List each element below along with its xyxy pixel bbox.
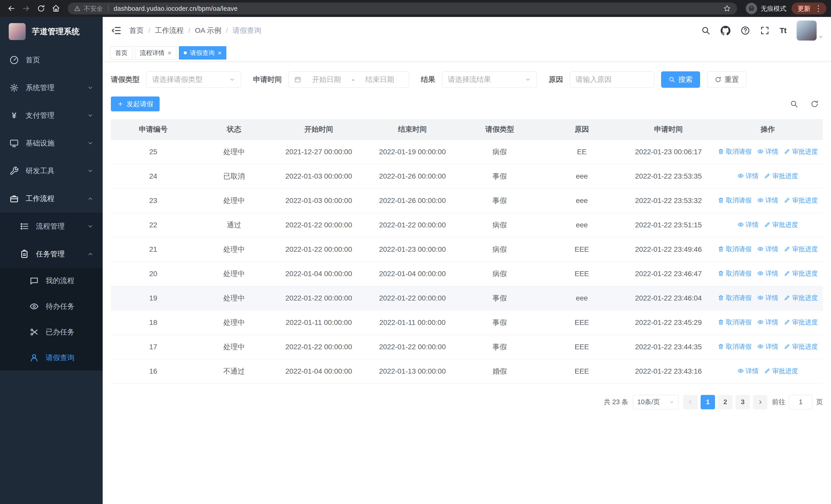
cell-end-time: 2022-01-04 00:00:00	[365, 262, 460, 286]
cell-apply-time: 2022-01-22 23:46:47	[624, 262, 713, 286]
table-refresh-icon[interactable]	[810, 100, 819, 108]
user-menu[interactable]	[797, 21, 823, 40]
github-icon[interactable]	[721, 26, 730, 35]
table-search-toggle-icon[interactable]	[790, 100, 798, 108]
page-button-2[interactable]: 2	[718, 395, 733, 409]
cancel-leave-link[interactable]: 取消请假	[718, 294, 752, 302]
approval-progress-link[interactable]: 审批进度	[764, 220, 798, 229]
collapse-sidebar-icon[interactable]	[110, 25, 122, 36]
fullscreen-icon[interactable]	[760, 26, 769, 35]
browser-address-bar[interactable]: 不安全 dashboard.yudao.iocoder.cn/bpm/oa/le…	[68, 3, 737, 14]
leave-type-select[interactable]: 请选择请假类型	[146, 71, 241, 88]
avatar[interactable]	[797, 21, 816, 40]
page-button-1[interactable]: 1	[700, 395, 715, 409]
detail-link[interactable]: 详情	[757, 294, 778, 302]
sidebar-item-workflow[interactable]: 工作流程	[0, 185, 103, 212]
breadcrumb-item[interactable]: OA 示例	[195, 26, 222, 35]
next-page-button[interactable]	[753, 395, 767, 409]
browser-menu-icon[interactable]: ⋮	[814, 5, 822, 12]
approval-progress-link[interactable]: 审批进度	[784, 245, 818, 253]
approval-progress-link[interactable]: 审批进度	[764, 367, 798, 375]
date-range-separator: -	[352, 76, 354, 84]
detail-link[interactable]: 详情	[757, 196, 778, 205]
app-logo[interactable]: 芋道管理系统	[0, 17, 103, 46]
approval-progress-link[interactable]: 审批进度	[784, 147, 818, 156]
tab-leave-query[interactable]: 请假查询 ×	[179, 46, 226, 60]
sidebar-item-dev-tools[interactable]: 研发工具	[0, 157, 103, 185]
page-size-select[interactable]: 10条/页	[633, 395, 679, 409]
detail-link[interactable]: 详情	[757, 269, 778, 278]
sidebar-item-done-tasks[interactable]: 已办任务	[0, 319, 103, 345]
search-button[interactable]: 搜索	[661, 71, 700, 88]
cancel-leave-link[interactable]: 取消请假	[718, 245, 752, 253]
apply-time-range-picker[interactable]: 开始日期 - 结束日期	[288, 71, 409, 88]
font-size-icon[interactable]: Tt	[780, 26, 786, 35]
tab-process-detail[interactable]: 流程详情 ×	[135, 46, 176, 60]
cancel-leave-link[interactable]: 取消请假	[718, 147, 752, 156]
browser-back-button[interactable]	[5, 2, 18, 15]
sidebar-item-home[interactable]: 首页	[0, 46, 103, 74]
breadcrumb-current: 请假查询	[232, 26, 261, 35]
cancel-leave-link[interactable]: 取消请假	[718, 269, 752, 278]
approval-progress-link[interactable]: 审批进度	[784, 196, 818, 205]
breadcrumb-item[interactable]: 工作流程	[155, 26, 184, 35]
cancel-leave-link[interactable]: 取消请假	[718, 342, 752, 351]
logo-image	[9, 23, 26, 40]
close-icon[interactable]: ×	[168, 50, 171, 56]
reason-input[interactable]	[570, 71, 654, 88]
sidebar-item-payment[interactable]: ¥ 支付管理	[0, 101, 103, 129]
goto-label: 前往	[772, 397, 785, 407]
app-title: 芋道管理系统	[32, 26, 80, 37]
cancel-leave-link[interactable]: 取消请假	[718, 318, 752, 326]
goto-page-input[interactable]	[789, 395, 812, 409]
prev-page-button[interactable]	[683, 395, 697, 409]
result-select[interactable]: 请选择流结果	[442, 71, 537, 88]
sidebar-item-pending-tasks[interactable]: 待办任务	[0, 294, 103, 319]
approval-progress-link[interactable]: 审批进度	[784, 294, 818, 302]
detail-link[interactable]: 详情	[738, 172, 758, 180]
detail-link[interactable]: 详情	[757, 245, 778, 253]
sidebar-item-process-management[interactable]: 流程管理	[0, 212, 103, 240]
browser-update-button[interactable]: 更新 ⋮	[792, 3, 826, 14]
help-icon[interactable]	[741, 26, 750, 35]
approval-progress-link[interactable]: 审批进度	[764, 172, 798, 180]
approval-progress-link[interactable]: 审批进度	[784, 342, 818, 351]
detail-link[interactable]: 详情	[757, 318, 778, 326]
cell-application-id: 19	[111, 286, 196, 310]
sidebar-item-infrastructure[interactable]: 基础设施	[0, 129, 103, 157]
cell-leave-type: 事假	[460, 188, 540, 213]
browser-reload-button[interactable]	[34, 2, 48, 15]
detail-link[interactable]: 详情	[738, 367, 758, 375]
sidebar-item-leave-query[interactable]: 请假查询	[0, 345, 103, 370]
sidebar-item-system[interactable]: 系统管理	[0, 74, 103, 101]
approval-progress-link[interactable]: 审批进度	[784, 318, 818, 326]
create-leave-button[interactable]: 发起请假	[111, 96, 160, 111]
create-leave-label: 发起请假	[126, 99, 153, 109]
reset-button[interactable]: 重置	[707, 71, 746, 88]
browser-home-button[interactable]	[49, 2, 63, 15]
active-tab-dot	[184, 51, 187, 54]
cell-application-id: 21	[111, 237, 196, 262]
cell-status: 通过	[196, 213, 273, 237]
detail-link[interactable]: 详情	[757, 342, 778, 351]
approval-progress-link[interactable]: 审批进度	[784, 269, 818, 278]
page-button-3[interactable]: 3	[736, 395, 750, 409]
cancel-leave-link[interactable]: 取消请假	[718, 196, 752, 205]
select-placeholder: 请选择流结果	[448, 75, 491, 84]
security-chip[interactable]: 不安全	[74, 4, 103, 13]
close-icon[interactable]: ×	[218, 50, 222, 56]
breadcrumb-item[interactable]: 首页	[130, 26, 144, 35]
detail-link[interactable]: 详情	[738, 220, 758, 229]
sidebar-item-task-management[interactable]: 任务管理	[0, 240, 103, 268]
browser-forward-button[interactable]	[20, 2, 33, 15]
search-icon[interactable]	[701, 26, 710, 35]
incognito-icon	[748, 5, 755, 12]
tab-home[interactable]: 首页	[110, 46, 133, 60]
chevron-down-icon	[87, 168, 93, 174]
chevron-down-icon	[87, 85, 93, 91]
tab-label: 首页	[115, 49, 127, 57]
leave-table: 申请编号 状态 开始时间 结束时间 请假类型 原因 申请时间 操作 25处理中2…	[111, 119, 823, 384]
bookmark-star-icon[interactable]	[723, 5, 731, 12]
sidebar-item-my-processes[interactable]: 我的流程	[0, 268, 103, 294]
detail-link[interactable]: 详情	[757, 147, 778, 156]
